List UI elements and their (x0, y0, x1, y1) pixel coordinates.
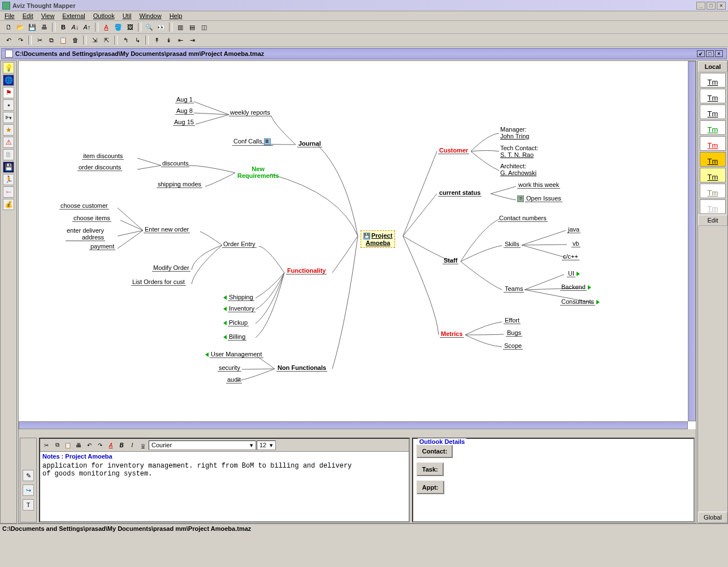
note-icon[interactable]: 🗎 (3, 149, 14, 160)
style-swatch[interactable]: Tm (700, 73, 726, 88)
node-enter-address[interactable]: enter deliveryaddress (66, 227, 105, 241)
fillcolor-icon[interactable]: 🪣 (113, 22, 123, 32)
node-vb[interactable]: vb (571, 240, 580, 247)
node-staff[interactable]: Staff (443, 257, 458, 264)
node-bugs[interactable]: Bugs (506, 329, 522, 337)
collapse-icon[interactable] (223, 307, 227, 311)
task-button[interactable]: Task: (417, 463, 444, 476)
node-discounts[interactable]: discounts (161, 160, 189, 167)
redo-icon[interactable]: ↷ (15, 35, 25, 45)
run-icon[interactable]: 🏃 (3, 174, 14, 185)
indent-icon[interactable]: ⇥ (187, 35, 197, 45)
menu-view[interactable]: View (41, 12, 55, 19)
node-choose-customer[interactable]: choose customer (59, 202, 109, 210)
node-user-management[interactable]: User Management (210, 351, 263, 358)
minimize-button[interactable]: _ (696, 2, 705, 10)
node-customer[interactable]: Customer (438, 147, 469, 154)
node-cc[interactable]: c/c++ (562, 253, 579, 260)
node-consultants[interactable]: Consultants (560, 298, 595, 306)
money-icon[interactable]: 💰 (3, 199, 14, 210)
node-teams[interactable]: Teams (504, 285, 524, 293)
menu-file[interactable]: File (5, 12, 15, 19)
undo-icon[interactable]: ↶ (84, 440, 94, 450)
save-icon[interactable]: 💾 (27, 22, 37, 32)
horizontal-scrollbar[interactable] (19, 421, 688, 429)
menu-outlook[interactable]: Outlook (93, 12, 115, 19)
menu-util[interactable]: Util (123, 12, 132, 19)
window-layout3-icon[interactable]: ◫ (199, 22, 209, 32)
style-swatch[interactable]: Tm (700, 168, 726, 182)
flag-icon[interactable]: ⚑ (3, 87, 14, 98)
node-skills[interactable]: Skills (504, 241, 521, 248)
node-aug15[interactable]: Aug 15 (173, 119, 195, 126)
node-order-entry[interactable]: Order Entry (222, 241, 257, 248)
menu-edit[interactable]: Edit (23, 12, 33, 19)
indent-tree-icon[interactable]: ↳ (132, 35, 142, 45)
node-journal[interactable]: Journal (297, 140, 322, 147)
mindmap-canvas[interactable]: 💾Project Amoeba Journal weekly reports A… (19, 61, 696, 437)
font-larger-icon[interactable]: A↑ (82, 22, 92, 32)
node-pickup[interactable]: Pickup (228, 319, 249, 326)
bold-icon[interactable]: B (58, 22, 68, 32)
style-swatch[interactable]: Tm (700, 120, 726, 135)
node-open-issues[interactable]: Open Issues (525, 195, 562, 202)
node-scope[interactable]: Scope (503, 342, 523, 350)
style-swatch[interactable]: Tm (700, 152, 726, 167)
node-add-icon[interactable]: ⭑ (3, 99, 14, 111)
node-weekly-reports[interactable]: weekly reports (229, 109, 271, 116)
menu-help[interactable]: Help (170, 12, 183, 19)
node-work-this-week[interactable]: work this week (517, 181, 560, 189)
node-ui[interactable]: UI (567, 270, 575, 277)
doc-min-icon[interactable]: ↙ (697, 50, 705, 57)
edit-color-icon[interactable]: ✎ (23, 470, 34, 481)
doc-max-icon[interactable]: □ (706, 50, 714, 57)
font-smaller-icon[interactable]: A↓ (70, 22, 80, 32)
textcolor-icon[interactable]: A (101, 22, 111, 32)
collapse-icon[interactable] (205, 352, 209, 357)
delete-icon[interactable]: 🗑 (70, 35, 80, 45)
copy-icon[interactable]: ⧉ (46, 35, 57, 45)
node-item-discounts[interactable]: item discounts (82, 152, 124, 160)
node-new-requirements[interactable]: NewRequirements (236, 165, 280, 179)
node-effort[interactable]: Effort (504, 317, 521, 324)
underline-icon[interactable]: u (138, 440, 148, 450)
star-icon[interactable]: ★ (3, 124, 14, 136)
node-contact-numbers[interactable]: Contact numbers (498, 215, 548, 222)
paste-icon[interactable]: 📋 (58, 35, 68, 45)
node-shipping[interactable]: Shipping (228, 294, 254, 301)
notes-body[interactable]: application for inventory management. ri… (40, 461, 409, 479)
restore-button[interactable]: □ (707, 2, 716, 10)
export-icon[interactable]: ↪ (23, 485, 34, 496)
node-security[interactable]: security (218, 364, 241, 372)
dropdown-icon[interactable]: ▾ (250, 442, 253, 449)
node-modify-order[interactable]: Modify Order (152, 264, 190, 272)
collapse-icon[interactable] (223, 321, 227, 325)
edit-tab[interactable]: Edit (698, 215, 727, 226)
node-backend[interactable]: Backend (560, 284, 587, 291)
node-tech-contact[interactable]: Tech Contact:S. T. N. Rao (499, 145, 539, 158)
font-size-select[interactable]: 12▾ (257, 440, 276, 450)
window-layout2-icon[interactable]: ▤ (187, 22, 197, 32)
idea-icon[interactable]: 💡 (3, 62, 14, 73)
expand-icon[interactable] (577, 272, 580, 276)
undo-icon[interactable]: ↶ (3, 35, 14, 45)
open-icon[interactable]: 📂 (15, 22, 25, 32)
italic-icon[interactable]: I (127, 440, 137, 450)
node-aug8[interactable]: Aug 8 (175, 107, 194, 115)
bold-icon[interactable]: B (116, 440, 127, 450)
paste-icon[interactable]: 📋 (63, 440, 73, 450)
style-swatch[interactable]: Tm (700, 184, 726, 198)
tree-collapse-icon[interactable]: ⇱ (101, 35, 111, 45)
node-non-functionals[interactable]: Non Functionals (276, 364, 327, 372)
move-down-icon[interactable]: ↡ (163, 35, 174, 45)
vertical-scrollbar[interactable] (688, 61, 696, 421)
node-audit[interactable]: audit (226, 376, 242, 383)
outdent-icon[interactable]: ⇤ (175, 35, 185, 45)
collapse-icon[interactable] (223, 295, 227, 300)
print-icon[interactable]: 🖶 (39, 22, 49, 32)
dropdown-icon[interactable]: ▾ (270, 442, 273, 449)
copy-icon[interactable]: ⧉ (52, 440, 62, 450)
menu-window[interactable]: Window (140, 12, 162, 19)
node-architect[interactable]: Architect:G. Archowski (499, 163, 538, 176)
node-java[interactable]: java (567, 226, 580, 233)
